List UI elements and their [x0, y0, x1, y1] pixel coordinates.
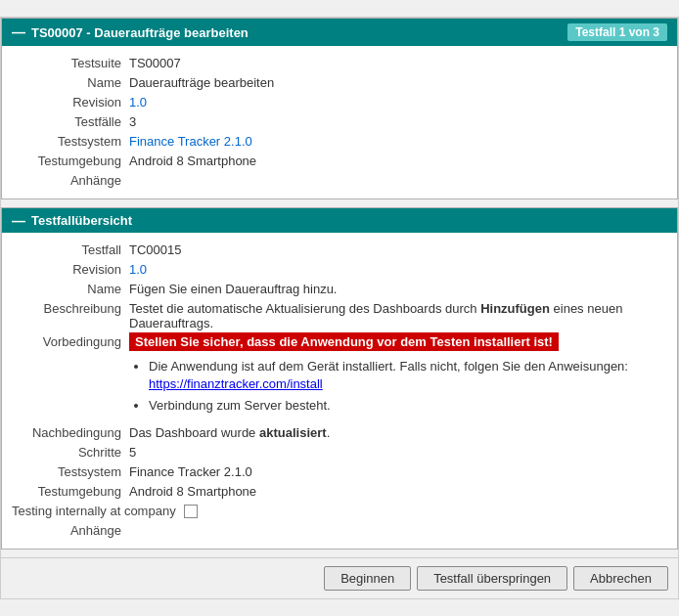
label-testing-internally: Testing internally at company	[12, 504, 184, 518]
ueberspringen-button[interactable]: Testfall überspringen	[417, 566, 567, 591]
field-testumgebung-tc: Testumgebung Android 8 Smartphone	[2, 482, 677, 502]
field-nachbedingung: Nachbedingung Das Dashboard wurde aktual…	[2, 423, 677, 443]
field-revision-tc: Revision 1.0	[2, 260, 677, 280]
panel2-title: Testfallübersicht	[31, 213, 132, 228]
field-testfaelle: Testfälle 3	[2, 112, 677, 132]
value-testsuite: TS00007	[129, 56, 667, 70]
value-revision-tc: 1.0	[129, 262, 667, 277]
beginnen-button[interactable]: Beginnen	[324, 566, 411, 591]
label-testsystem-suite: Testsystem	[12, 134, 129, 149]
field-revision-suite: Revision 1.0	[2, 93, 677, 112]
field-testumgebung-suite: Testumgebung Android 8 Smartphone	[2, 152, 677, 171]
value-testsystem-tc: Finance Tracker 2.1.0	[129, 464, 667, 479]
label-testsystem-tc: Testsystem	[12, 464, 129, 479]
bullet-section: Die Anwendung ist auf dem Gerät installi…	[2, 352, 677, 423]
value-testing-internally	[184, 504, 667, 519]
label-revision-suite: Revision	[12, 95, 129, 110]
label-anhaenge-suite: Anhänge	[12, 173, 129, 188]
install-link[interactable]: https://finanztracker.com/install	[149, 376, 323, 391]
label-name-tc: Name	[12, 282, 129, 296]
vorbedingung-highlight: Stellen Sie sicher, dass die Anwendung v…	[129, 332, 559, 351]
panel2-header-left: — Testfallübersicht	[12, 213, 132, 228]
panel2-header: — Testfallübersicht	[2, 208, 677, 233]
field-testsystem-suite: Testsystem Finance Tracker 2.1.0	[2, 132, 677, 152]
value-testumgebung-tc: Android 8 Smartphone	[129, 484, 667, 499]
bullet-item-2: Verbindung zum Server besteht.	[149, 397, 667, 415]
value-schritte: 5	[129, 445, 667, 460]
collapse-icon-2[interactable]: —	[12, 214, 25, 228]
bullet-item-1: Die Anwendung ist auf dem Gerät installi…	[149, 358, 667, 393]
label-schritte: Schritte	[12, 445, 129, 460]
label-testumgebung-tc: Testumgebung	[12, 484, 129, 499]
abbrechen-button[interactable]: Abbrechen	[573, 566, 668, 591]
label-anhaenge-tc: Anhänge	[12, 523, 129, 538]
value-name-suite: Daueraufträge bearbeiten	[129, 75, 667, 90]
field-beschreibung: Beschreibung Testet die automatische Akt…	[2, 299, 677, 332]
field-name-tc: Name Fügen Sie einen Dauerauftrag hinzu.	[2, 280, 677, 299]
footer-buttons: Beginnen Testfall überspringen Abbrechen	[1, 557, 678, 598]
value-testumgebung-suite: Android 8 Smartphone	[129, 154, 667, 168]
value-name-tc: Fügen Sie einen Dauerauftrag hinzu.	[129, 282, 667, 296]
panel1-title: TS00007 - Daueraufträge bearbeiten	[31, 25, 249, 40]
value-testfaelle: 3	[129, 114, 667, 129]
testfall-badge: Testfall 1 von 3	[567, 23, 667, 41]
label-name-suite: Name	[12, 75, 129, 90]
label-testfall: Testfall	[12, 242, 129, 257]
value-testfall: TC00015	[129, 242, 667, 257]
field-schritte: Schritte 5	[2, 443, 677, 462]
field-testfall: Testfall TC00015	[2, 241, 677, 260]
field-testsuite: Testsuite TS00007	[2, 54, 677, 73]
value-vorbedingung: Stellen Sie sicher, dass die Anwendung v…	[129, 334, 667, 349]
label-beschreibung: Beschreibung	[12, 301, 129, 316]
collapse-icon[interactable]: —	[12, 25, 25, 39]
field-anhaenge-suite: Anhänge	[2, 171, 677, 191]
label-testfaelle: Testfälle	[12, 114, 129, 129]
panel1-header: — TS00007 - Daueraufträge bearbeiten Tes…	[2, 19, 677, 46]
value-nachbedingung: Das Dashboard wurde aktualisiert.	[129, 425, 667, 440]
field-testing-internally: Testing internally at company	[2, 502, 677, 521]
label-testumgebung-suite: Testumgebung	[12, 154, 129, 168]
label-testsuite: Testsuite	[12, 56, 129, 70]
panel-testsuite: — TS00007 - Daueraufträge bearbeiten Tes…	[1, 18, 678, 199]
field-vorbedingung: Vorbedingung Stellen Sie sicher, dass di…	[2, 332, 677, 352]
label-vorbedingung: Vorbedingung	[12, 334, 129, 349]
label-revision-tc: Revision	[12, 262, 129, 277]
value-testsystem-suite: Finance Tracker 2.1.0	[129, 134, 667, 149]
panel-testfall: — Testfallübersicht Testfall TC00015 Rev…	[1, 207, 678, 550]
label-nachbedingung: Nachbedingung	[12, 425, 129, 440]
panel1-header-left: — TS00007 - Daueraufträge bearbeiten	[12, 25, 249, 40]
field-testsystem-tc: Testsystem Finance Tracker 2.1.0	[2, 462, 677, 482]
field-name-suite: Name Daueraufträge bearbeiten	[2, 73, 677, 93]
main-container: — TS00007 - Daueraufträge bearbeiten Tes…	[0, 17, 679, 599]
value-revision-suite: 1.0	[129, 95, 667, 110]
panel2-body: Testfall TC00015 Revision 1.0 Name Fügen…	[2, 233, 677, 549]
testing-checkbox[interactable]	[184, 505, 198, 518]
value-beschreibung: Testet die automatische Aktualisierung d…	[129, 301, 667, 330]
field-anhaenge-tc: Anhänge	[2, 521, 677, 541]
panel1-body: Testsuite TS00007 Name Daueraufträge bea…	[2, 46, 677, 198]
